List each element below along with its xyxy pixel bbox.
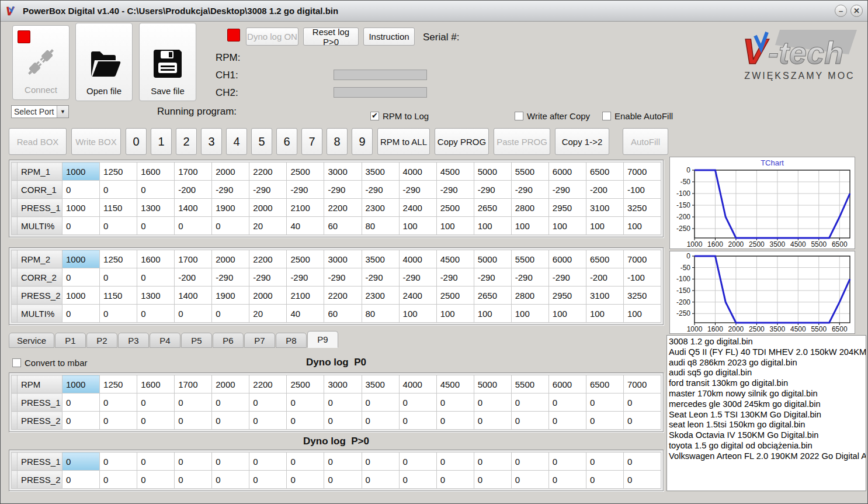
- grid-cell[interactable]: 0: [436, 393, 474, 412]
- grid-cell[interactable]: 40: [287, 217, 324, 235]
- grid-cell[interactable]: 5000: [474, 163, 511, 181]
- grid-cell[interactable]: 20: [249, 217, 287, 235]
- grid-cell[interactable]: 2300: [362, 199, 399, 217]
- grid-cell[interactable]: 2200: [249, 250, 287, 268]
- grid-cell[interactable]: 5500: [511, 375, 548, 393]
- row-header-press_1[interactable]: PRESS_1: [18, 393, 63, 412]
- grid-cell[interactable]: 7000: [623, 250, 661, 268]
- tab-p9[interactable]: P9: [307, 331, 338, 348]
- grid-cell[interactable]: 100: [399, 217, 436, 235]
- grid-cell[interactable]: 3000: [324, 250, 362, 268]
- grid-cell[interactable]: 0: [212, 217, 249, 235]
- row-indicator[interactable]: [12, 286, 18, 305]
- grid-cell[interactable]: 0: [474, 393, 511, 412]
- row-header-corr_1[interactable]: CORR_1: [18, 181, 63, 199]
- grid-cell[interactable]: 1000: [63, 375, 100, 393]
- grid-cell[interactable]: 2500: [287, 375, 324, 393]
- tab-p1[interactable]: P1: [55, 333, 86, 348]
- row-indicator[interactable]: [12, 393, 18, 412]
- grid-cell[interactable]: 0: [623, 393, 661, 412]
- row-header-press_2[interactable]: PRESS_2: [18, 471, 63, 489]
- grid-cell[interactable]: 0: [324, 412, 362, 430]
- grid-cell[interactable]: 0: [137, 268, 175, 286]
- open-file-button[interactable]: Open file: [75, 23, 133, 101]
- grid-cell[interactable]: 2000: [212, 375, 249, 393]
- grid-cell[interactable]: 0: [63, 471, 100, 489]
- row-header-press_2[interactable]: PRESS_2: [18, 286, 63, 305]
- digit-button-5[interactable]: 5: [251, 128, 272, 155]
- grid-cell[interactable]: 2400: [399, 286, 436, 305]
- row-indicator[interactable]: [12, 453, 18, 471]
- grid-cell[interactable]: 0: [249, 453, 287, 471]
- instruction-button[interactable]: Instruction: [363, 27, 415, 46]
- grid-cell[interactable]: 0: [175, 412, 212, 430]
- grid-cell[interactable]: 0: [175, 453, 212, 471]
- grid-cell[interactable]: 3250: [623, 286, 661, 305]
- grid-cell[interactable]: 1300: [137, 199, 175, 217]
- grid-cell[interactable]: 0: [100, 471, 137, 489]
- grid-cell[interactable]: 0: [63, 453, 100, 471]
- grid-cell[interactable]: 1900: [212, 199, 249, 217]
- grid-cell[interactable]: 3500: [362, 375, 399, 393]
- grid-cell[interactable]: 2000: [212, 250, 249, 268]
- row-indicator[interactable]: [12, 250, 18, 268]
- grid-cell[interactable]: -290: [212, 268, 249, 286]
- grid-cell[interactable]: 2000: [212, 163, 249, 181]
- digit-button-2[interactable]: 2: [176, 128, 197, 155]
- grid-cell[interactable]: 0: [100, 181, 137, 199]
- checkbox-box[interactable]: [370, 112, 379, 120]
- grid-cell[interactable]: 2500: [287, 250, 324, 268]
- close-button[interactable]: ✕: [850, 5, 863, 17]
- minimize-button[interactable]: –: [835, 5, 847, 17]
- tab-p7[interactable]: P7: [244, 333, 275, 348]
- grid-cell[interactable]: 2650: [474, 199, 511, 217]
- grid-cell[interactable]: 3000: [324, 375, 362, 393]
- grid-cell[interactable]: 100: [474, 305, 511, 323]
- grid-cell[interactable]: 100: [511, 217, 548, 235]
- combo-dropdown-button[interactable]: ▼: [57, 106, 68, 118]
- row-indicator[interactable]: [12, 375, 18, 393]
- grid-cell[interactable]: 0: [474, 453, 511, 471]
- grid-cell[interactable]: 4000: [399, 163, 436, 181]
- read-box-button[interactable]: Read BOX: [9, 128, 67, 155]
- grid-cell[interactable]: 100: [474, 217, 511, 235]
- grid-cell[interactable]: -290: [324, 268, 362, 286]
- grid-cell[interactable]: 0: [137, 217, 175, 235]
- grid-cell[interactable]: -100: [623, 181, 661, 199]
- grid-cell[interactable]: 0: [511, 471, 548, 489]
- grid-cell[interactable]: 2100: [287, 286, 324, 305]
- row-header-press_1[interactable]: PRESS_1: [18, 453, 63, 471]
- grid-cell[interactable]: 2200: [249, 375, 287, 393]
- grid-cell[interactable]: 0: [212, 393, 249, 412]
- grid-cell[interactable]: 100: [586, 305, 623, 323]
- grid-cell[interactable]: 2500: [287, 163, 324, 181]
- grid-cell[interactable]: -290: [362, 181, 399, 199]
- grid-cell[interactable]: 2500: [436, 199, 474, 217]
- grid-cell[interactable]: 0: [362, 412, 399, 430]
- grid-cell[interactable]: -290: [362, 268, 399, 286]
- grid-cell[interactable]: 0: [474, 412, 511, 430]
- grid-cell[interactable]: 2000: [249, 286, 287, 305]
- grid-cell[interactable]: -290: [249, 268, 287, 286]
- grid-cell[interactable]: 0: [175, 471, 212, 489]
- grid-cell[interactable]: 0: [362, 453, 399, 471]
- grid-cell[interactable]: -290: [474, 268, 511, 286]
- grid-cell[interactable]: 1000: [63, 250, 100, 268]
- digit-button-9[interactable]: 9: [352, 128, 373, 155]
- grid-cell[interactable]: 0: [175, 305, 212, 323]
- grid-cell[interactable]: 1250: [100, 250, 137, 268]
- grid-cell[interactable]: 100: [548, 217, 586, 235]
- grid-cell[interactable]: 2300: [362, 286, 399, 305]
- grid-cell[interactable]: -290: [436, 268, 474, 286]
- grid-cell[interactable]: 2500: [436, 286, 474, 305]
- grid-cell[interactable]: 1700: [175, 250, 212, 268]
- tab-p2[interactable]: P2: [86, 333, 117, 348]
- grid-cell[interactable]: 80: [362, 217, 399, 235]
- grid-cell[interactable]: 2000: [249, 199, 287, 217]
- grid-cell[interactable]: 0: [548, 471, 586, 489]
- grid-cell[interactable]: 0: [175, 393, 212, 412]
- row-header-corr_2[interactable]: CORR_2: [18, 268, 63, 286]
- grid-cell[interactable]: 1000: [63, 163, 100, 181]
- grid-cell[interactable]: 100: [623, 305, 661, 323]
- grid-cell[interactable]: 2200: [324, 286, 362, 305]
